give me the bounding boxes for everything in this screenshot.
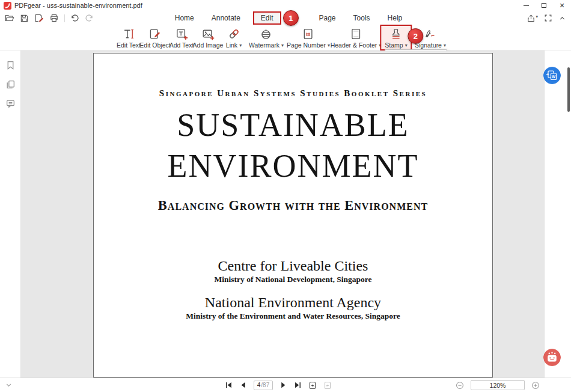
zoom-level-input[interactable]: 120%: [471, 380, 525, 390]
collapse-toolbar-icon[interactable]: [558, 14, 566, 22]
right-panel-strip: W: [544, 51, 571, 378]
link-icon: [228, 28, 240, 40]
maximize-button[interactable]: [535, 0, 553, 11]
pdfgear-window: PDFgear - uss-sustainable-environment.pd…: [0, 0, 571, 392]
add-text-icon: [175, 28, 188, 40]
link-caret-icon: ▾: [239, 43, 242, 48]
vertical-scrollbar[interactable]: [567, 67, 570, 112]
current-page: 4: [257, 382, 261, 388]
header-footer-icon: [349, 28, 362, 40]
toolbar-add-image[interactable]: Add Image: [189, 26, 227, 49]
doc-subtitle: Balancing Growth with the Environment: [94, 198, 492, 213]
zoom-level-value: 120%: [490, 382, 506, 389]
menu-page[interactable]: Page: [315, 12, 340, 24]
save-icon[interactable]: [20, 14, 29, 23]
ai-assistant-button[interactable]: [543, 349, 561, 366]
menu-edit-label: Edit: [261, 14, 273, 22]
menu-bar: Home Annotate Edit 1 Page Tools Help ▾: [0, 11, 571, 25]
doc-title-line2: ENVIRONMENT: [94, 148, 492, 184]
pdfgear-logo-icon: [4, 2, 11, 10]
main-area: Singapore Urban Systems Studies Booklet …: [0, 51, 571, 378]
add-image-icon: [201, 28, 214, 40]
pdf-page[interactable]: Singapore Urban Systems Studies Booklet …: [93, 53, 493, 378]
toolbar-page-number[interactable]: Page Number▾: [283, 26, 334, 49]
toolbar-page-number-label: Page Number: [287, 41, 326, 49]
toolbar-watermark-label: Watermark: [249, 41, 279, 49]
bottom-toolbar: 4 /87 120%: [0, 378, 571, 392]
window-title: PDFgear - uss-sustainable-environment.pd…: [14, 2, 142, 9]
collapse-bottombar-icon[interactable]: [5, 381, 13, 389]
quick-access-toolbar: [5, 11, 94, 25]
doc-org1-name: Centre for Liveable Cities: [94, 258, 492, 274]
convert-to-word-button[interactable]: W: [543, 67, 561, 84]
close-icon: ✕: [559, 2, 564, 9]
close-button[interactable]: ✕: [553, 0, 571, 11]
share-icon: [527, 14, 536, 23]
toolbar-divider: [64, 14, 65, 22]
maximize-icon: [542, 3, 546, 8]
signature-caret-icon: ▾: [444, 43, 446, 48]
window-tools: ▾: [527, 11, 566, 25]
print-icon[interactable]: [49, 13, 59, 23]
share-button[interactable]: ▾: [527, 14, 538, 23]
menu-edit[interactable]: Edit 1: [254, 12, 281, 24]
left-sidebar: [0, 51, 21, 378]
title-bar: PDFgear - uss-sustainable-environment.pd…: [0, 0, 571, 11]
fullscreen-icon[interactable]: [544, 14, 552, 22]
previous-view-button[interactable]: [308, 381, 317, 390]
minimize-button[interactable]: [517, 0, 535, 11]
toolbar-stamp[interactable]: Stamp▾ 2 Preset ▸ Custom Stamp ▸ 3 +: [381, 26, 411, 49]
zoom-out-button[interactable]: [456, 381, 464, 390]
doc-title-line1: SUSTAINABLE: [94, 107, 492, 143]
toolbar-signature[interactable]: Signature▾: [411, 26, 450, 49]
zoom-in-button[interactable]: [531, 381, 540, 390]
first-page-button[interactable]: [225, 381, 233, 389]
edit-toolbar: Edit Text Edit Object Add Text Add Image…: [0, 25, 571, 51]
toolbar-link[interactable]: Link▾: [222, 26, 245, 49]
toolbar-signature-label: Signature: [415, 41, 442, 49]
toolbar-link-label: Link: [226, 41, 237, 49]
toolbar-header-footer-label: Header & Footer: [331, 41, 377, 49]
minimize-icon: [524, 5, 529, 6]
undo-icon[interactable]: [70, 14, 79, 23]
signature-icon: [424, 28, 437, 40]
doc-org2-dept: Ministry of the Environment and Water Re…: [94, 311, 492, 321]
page-navigation: 4 /87: [225, 378, 332, 392]
open-file-icon[interactable]: [5, 13, 14, 23]
menu-annotate[interactable]: Annotate: [207, 12, 245, 24]
page-number-icon: [302, 28, 315, 40]
step-badge-1: 1: [283, 10, 299, 26]
watermark-icon: [260, 28, 273, 40]
doc-org1-dept: Ministry of National Development, Singap…: [94, 275, 492, 284]
edit-object-icon: [148, 28, 161, 40]
toolbar-watermark[interactable]: Watermark▾: [245, 26, 287, 49]
menu-home[interactable]: Home: [171, 12, 198, 24]
bookmarks-panel-icon[interactable]: [5, 60, 16, 70]
redo-icon[interactable]: [85, 14, 94, 23]
toolbar-add-image-label: Add Image: [193, 41, 224, 49]
next-view-button[interactable]: [323, 381, 332, 390]
comments-panel-icon[interactable]: [5, 99, 16, 109]
svg-text:W: W: [552, 75, 556, 79]
doc-org2-name: National Environment Agency: [94, 295, 492, 311]
window-controls: ✕: [517, 0, 571, 11]
toolbar-header-footer[interactable]: Header & Footer▾: [327, 26, 385, 49]
menu-tools[interactable]: Tools: [349, 12, 374, 24]
menu-help[interactable]: Help: [383, 12, 407, 24]
previous-page-button[interactable]: [239, 381, 247, 389]
zoom-controls: 120%: [456, 378, 540, 392]
stamp-icon: [390, 28, 403, 40]
edit-text-icon: [122, 28, 135, 40]
next-page-button[interactable]: [279, 381, 287, 389]
doc-series-title: Singapore Urban Systems Studies Booklet …: [94, 88, 492, 99]
stamp-caret-icon: ▾: [405, 43, 408, 48]
share-caret-icon: ▾: [536, 14, 538, 19]
save-as-icon[interactable]: [34, 13, 44, 23]
page-number-input[interactable]: 4 /87: [254, 381, 273, 390]
document-viewer[interactable]: Singapore Urban Systems Studies Booklet …: [21, 51, 544, 378]
toolbar-stamp-label: Stamp: [385, 41, 403, 49]
total-pages: /87: [261, 382, 269, 388]
last-page-button[interactable]: [294, 381, 302, 389]
thumbnails-panel-icon[interactable]: [5, 79, 16, 90]
